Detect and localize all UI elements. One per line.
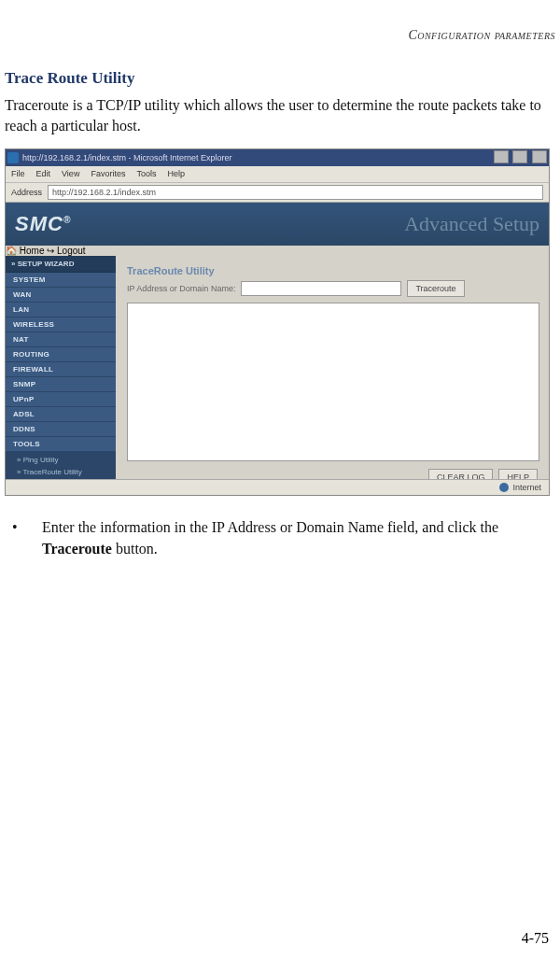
address-input[interactable]: http://192.168.2.1/index.stm bbox=[48, 185, 543, 200]
sidebar-item-snmp[interactable]: SNMP bbox=[6, 377, 116, 392]
menu-file[interactable]: File bbox=[11, 169, 25, 178]
sidebar-sub-ping[interactable]: » Ping Utility bbox=[6, 454, 116, 466]
page-number: 4-75 bbox=[522, 930, 549, 947]
sidebar-sub-traceroute[interactable]: » TraceRoute Utility bbox=[6, 466, 116, 478]
sidebar: » SETUP WIZARD SYSTEM WAN LAN WIRELESS N… bbox=[6, 256, 116, 492]
ip-domain-label: IP Address or Domain Name: bbox=[127, 284, 235, 293]
bullet-text-before: Enter the information in the IP Address … bbox=[42, 519, 498, 535]
sidebar-item-system[interactable]: SYSTEM bbox=[6, 273, 116, 288]
sidebar-setup-wizard[interactable]: » SETUP WIZARD bbox=[6, 256, 116, 273]
close-button[interactable] bbox=[532, 150, 547, 163]
menu-edit[interactable]: Edit bbox=[36, 169, 51, 178]
address-value: http://192.168.2.1/index.stm bbox=[52, 188, 156, 197]
logout-link[interactable]: ↪ Logout bbox=[47, 246, 85, 256]
window-title-text: http://192.168.2.1/index.stm - Microsoft… bbox=[22, 153, 232, 162]
menu-view[interactable]: View bbox=[62, 169, 79, 178]
home-link[interactable]: 🏠 Home bbox=[6, 246, 44, 256]
maximize-button[interactable] bbox=[512, 150, 527, 163]
bullet-bold: Traceroute bbox=[42, 541, 112, 557]
sidebar-item-wireless[interactable]: WIRELESS bbox=[6, 317, 116, 332]
sidebar-item-lan[interactable]: LAN bbox=[6, 303, 116, 317]
home-logout-bar: 🏠 Home ↪ Logout bbox=[6, 246, 549, 256]
traceroute-button[interactable]: Traceroute bbox=[407, 280, 464, 297]
minimize-button[interactable] bbox=[494, 150, 509, 163]
menu-tools[interactable]: Tools bbox=[136, 169, 156, 178]
branding-banner: SMC® Advanced Setup bbox=[6, 203, 549, 246]
page-header-section: Configuration parameters bbox=[5, 28, 555, 43]
menu-bar: File Edit View Favorites Tools Help bbox=[6, 166, 549, 183]
sidebar-item-firewall[interactable]: FIREWALL bbox=[6, 362, 116, 377]
bullet-instruction: • Enter the information in the IP Addres… bbox=[5, 516, 555, 559]
sidebar-item-wan[interactable]: WAN bbox=[6, 288, 116, 303]
sidebar-item-routing[interactable]: ROUTING bbox=[6, 347, 116, 362]
bullet-marker: • bbox=[5, 516, 42, 559]
window-titlebar: http://192.168.2.1/index.stm - Microsoft… bbox=[6, 149, 549, 166]
browser-status-bar: Internet bbox=[6, 479, 549, 495]
menu-favorites[interactable]: Favorites bbox=[91, 169, 125, 178]
sidebar-item-tools[interactable]: TOOLS bbox=[6, 437, 116, 452]
smc-logo: SMC® bbox=[15, 212, 71, 236]
address-label: Address bbox=[11, 188, 42, 197]
content-pane: TraceRoute Utility IP Address or Domain … bbox=[116, 256, 549, 492]
sidebar-item-ddns[interactable]: DDNS bbox=[6, 422, 116, 437]
address-bar: Address http://192.168.2.1/index.stm bbox=[6, 183, 549, 203]
embedded-screenshot: http://192.168.2.1/index.stm - Microsoft… bbox=[5, 148, 550, 496]
section-title: Trace Route Utility bbox=[5, 69, 555, 88]
sidebar-item-nat[interactable]: NAT bbox=[6, 332, 116, 347]
ip-domain-input[interactable] bbox=[241, 281, 401, 296]
traceroute-result-box bbox=[127, 303, 539, 461]
section-intro: Traceroute is a TCP/IP utility which all… bbox=[5, 95, 555, 137]
globe-icon bbox=[499, 483, 509, 492]
bullet-text-after: button. bbox=[112, 541, 158, 557]
sidebar-item-adsl[interactable]: ADSL bbox=[6, 407, 116, 422]
ie-icon bbox=[7, 152, 19, 163]
sidebar-item-upnp[interactable]: UPnP bbox=[6, 392, 116, 407]
utility-title: TraceRoute Utility bbox=[127, 265, 538, 276]
advanced-setup-text: Advanced Setup bbox=[404, 212, 539, 236]
status-text: Internet bbox=[512, 483, 541, 492]
menu-help[interactable]: Help bbox=[167, 169, 185, 178]
window-controls[interactable] bbox=[492, 150, 547, 165]
